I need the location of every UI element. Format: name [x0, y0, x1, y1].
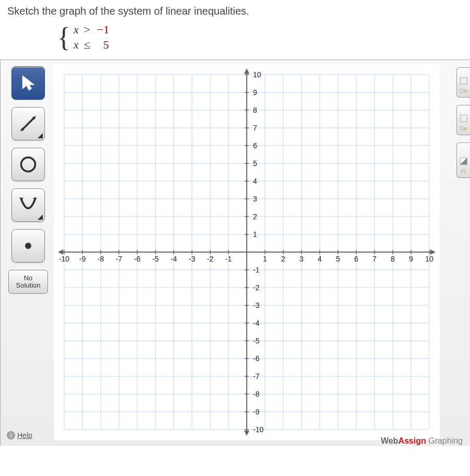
svg-marker-6 — [33, 197, 37, 201]
fill-label: Fi — [461, 168, 466, 174]
clear-button[interactable]: Cle — [456, 67, 470, 98]
toolbar: No Solution — [5, 64, 52, 442]
svg-text:-5: -5 — [253, 337, 260, 345]
svg-marker-55 — [244, 431, 249, 436]
svg-text:-2: -2 — [253, 283, 260, 292]
svg-text:6: 6 — [253, 141, 257, 150]
brand-footer: WebAssign Graphing — [381, 436, 463, 446]
help-icon: ↓ — [7, 431, 15, 439]
coordinate-grid[interactable]: -10-9-8-7-6-5-4-3-2-112345678910-10-9-8-… — [54, 64, 440, 440]
inequality-system: { x > −1 x ≤ 5 — [0, 20, 470, 59]
delete-button[interactable]: De — [456, 105, 470, 135]
select-tool[interactable] — [11, 66, 45, 100]
parabola-tool[interactable] — [11, 188, 45, 222]
svg-text:2: 2 — [253, 212, 257, 221]
svg-text:-6: -6 — [134, 255, 141, 263]
svg-text:3: 3 — [253, 195, 257, 203]
question-prompt: Sketch the graph of the system of linear… — [0, 0, 470, 20]
svg-text:10: 10 — [425, 255, 433, 263]
svg-text:-5: -5 — [152, 255, 159, 263]
svg-text:5: 5 — [253, 159, 257, 168]
svg-text:9: 9 — [253, 88, 257, 97]
svg-text:-10: -10 — [59, 255, 69, 263]
point-tool[interactable] — [11, 229, 45, 263]
op1: > — [84, 22, 90, 38]
svg-text:4: 4 — [253, 177, 257, 185]
svg-marker-54 — [244, 68, 249, 74]
svg-marker-5 — [20, 197, 24, 201]
svg-text:-6: -6 — [253, 354, 260, 363]
op2: ≤ — [84, 38, 90, 53]
svg-text:-1: -1 — [225, 255, 232, 263]
svg-text:4: 4 — [318, 255, 322, 263]
svg-text:-8: -8 — [253, 390, 260, 398]
svg-marker-53 — [58, 249, 63, 255]
submenu-indicator-icon — [38, 215, 43, 220]
fill-icon — [460, 158, 467, 165]
svg-text:1: 1 — [253, 230, 257, 239]
graphing-tool: No Solution -10-9-8-7-6-5-4-3-2-11234567… — [0, 59, 470, 446]
svg-point-4 — [21, 158, 35, 172]
svg-line-1 — [22, 117, 34, 130]
svg-text:-7: -7 — [253, 372, 260, 380]
help-label: Help — [17, 431, 32, 439]
fill-button[interactable]: Fi — [456, 142, 470, 178]
val1: −1 — [95, 22, 109, 38]
help-link[interactable]: ↓ Help — [7, 431, 32, 439]
var1: x — [74, 22, 79, 38]
svg-text:-4: -4 — [253, 319, 260, 327]
svg-text:-9: -9 — [253, 408, 260, 416]
svg-text:6: 6 — [354, 255, 358, 263]
svg-text:-3: -3 — [253, 301, 260, 310]
svg-text:-3: -3 — [189, 255, 196, 263]
svg-text:7: 7 — [372, 255, 377, 263]
circle-tool[interactable] — [11, 148, 45, 181]
right-toolbar: Cle De Fi — [456, 67, 470, 178]
svg-point-7 — [25, 243, 31, 249]
delete-icon — [460, 115, 467, 122]
svg-text:-10: -10 — [253, 425, 263, 434]
clear-label: Cle — [459, 88, 468, 94]
svg-marker-0 — [23, 76, 34, 90]
svg-text:-7: -7 — [116, 255, 123, 263]
svg-text:3: 3 — [299, 255, 304, 263]
svg-text:8: 8 — [253, 106, 257, 114]
svg-marker-52 — [430, 249, 436, 255]
svg-text:-8: -8 — [98, 255, 104, 263]
svg-text:2: 2 — [281, 255, 285, 263]
svg-text:5: 5 — [336, 255, 340, 263]
no-solution-button[interactable]: No Solution — [8, 270, 48, 294]
svg-text:7: 7 — [253, 124, 257, 132]
svg-text:-2: -2 — [207, 255, 214, 263]
svg-text:-1: -1 — [253, 266, 260, 274]
val2: 5 — [95, 38, 109, 53]
line-tool[interactable] — [11, 107, 45, 140]
svg-text:-4: -4 — [171, 255, 177, 263]
clear-icon — [460, 77, 467, 85]
svg-text:1: 1 — [263, 255, 267, 263]
submenu-indicator-icon — [38, 133, 43, 138]
svg-text:-9: -9 — [79, 255, 86, 263]
svg-text:9: 9 — [409, 255, 413, 263]
var2: x — [74, 38, 79, 53]
delete-label: De — [460, 125, 467, 132]
svg-text:8: 8 — [391, 255, 395, 263]
svg-text:10: 10 — [253, 70, 261, 79]
